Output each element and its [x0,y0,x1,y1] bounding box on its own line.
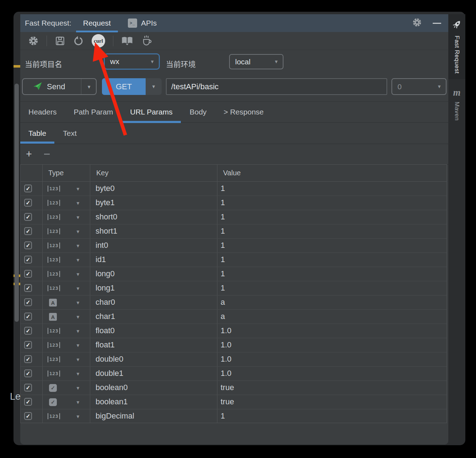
param-key[interactable]: bigDecimal [96,411,134,421]
url-input[interactable]: /testAPi/basic [166,78,387,95]
param-key[interactable]: double1 [96,369,123,378]
tab-request[interactable]: Request [83,19,111,27]
param-key[interactable]: long1 [96,283,115,293]
docs-icon[interactable] [121,36,133,46]
param-value[interactable]: a [221,298,225,307]
settings-icon[interactable] [412,17,422,29]
param-value[interactable]: a [221,312,225,321]
type-dropdown-icon[interactable]: ▼ [76,257,80,263]
param-value[interactable]: 1 [221,411,225,421]
row-enabled-checkbox[interactable] [24,241,32,249]
row-enabled-checkbox[interactable] [24,284,32,292]
row-enabled-checkbox[interactable] [24,313,32,320]
row-enabled-checkbox[interactable] [24,355,32,363]
settings-icon[interactable] [28,36,39,46]
param-key[interactable]: id1 [96,255,106,264]
environment-select[interactable]: local ▼ [229,54,283,69]
param-key[interactable]: short0 [96,212,117,222]
row-enabled-checkbox[interactable] [24,384,32,392]
param-key[interactable]: byte0 [96,184,115,193]
history-select[interactable]: 0 ▼ [391,78,447,95]
type-dropdown-icon[interactable]: ▼ [76,343,80,348]
row-enabled-checkbox[interactable] [24,341,32,349]
table-rows: ▼byte01▼byte11▼short01▼short11▼int01▼id1… [21,182,447,424]
type-dropdown-icon[interactable]: ▼ [76,314,80,320]
row-enabled-checkbox[interactable] [24,298,32,306]
param-value[interactable]: 1 [221,255,225,264]
remove-row-icon[interactable] [44,154,50,155]
panel-toolbar: curl [20,32,448,50]
type-dropdown-icon[interactable]: ▼ [76,215,80,220]
toolwindow-fast-request[interactable]: Fast Request [448,14,465,79]
row-enabled-checkbox[interactable] [24,398,32,406]
param-value[interactable]: 1 [221,227,225,236]
param-key[interactable]: byte1 [96,198,115,207]
param-value[interactable]: 1.0 [221,355,232,364]
curl-icon[interactable]: curl [92,34,105,48]
param-key[interactable]: int0 [96,241,108,250]
row-enabled-checkbox[interactable] [24,227,32,235]
type-dropdown-icon[interactable]: ▼ [76,371,80,377]
row-enabled-checkbox[interactable] [24,199,32,207]
param-key[interactable]: float0 [96,326,115,335]
param-value[interactable]: 1.0 [221,369,232,378]
chevron-down-icon[interactable]: ▼ [87,84,91,90]
subtab-text[interactable]: Text [63,129,77,138]
subtab-table[interactable]: Table [28,129,46,138]
type-dropdown-icon[interactable]: ▼ [76,357,80,362]
type-dropdown-icon[interactable]: ▼ [76,186,80,192]
type-dropdown-icon[interactable]: ▼ [76,329,80,334]
type-dropdown-icon[interactable]: ▼ [76,300,80,305]
param-key[interactable]: short1 [96,227,117,236]
param-value[interactable]: 1 [221,241,225,250]
type-dropdown-icon[interactable]: ▼ [76,286,80,291]
send-button[interactable]: Send ▼ [22,78,97,95]
tab-headers[interactable]: Headers [28,108,56,116]
type-dropdown-icon[interactable]: ▼ [76,400,80,405]
tab-body[interactable]: Body [190,108,207,116]
editor-scrollbar[interactable] [15,84,19,322]
param-key[interactable]: float1 [96,340,115,350]
param-value[interactable]: 1 [221,269,225,278]
save-icon[interactable] [55,36,65,46]
param-key[interactable]: double0 [96,355,123,364]
tab-apis[interactable]: APIs [128,18,157,28]
row-enabled-checkbox[interactable] [24,412,32,420]
param-key[interactable]: boolean1 [96,397,128,406]
param-key[interactable]: boolean0 [96,383,128,392]
method-select[interactable]: GET ▼ [102,78,162,95]
param-value[interactable]: 1.0 [221,326,232,335]
toolwindow-maven[interactable]: Maven [448,88,465,121]
type-number-icon [48,285,60,291]
project-select[interactable]: wx ▼ [104,53,160,70]
refresh-icon[interactable] [73,36,84,46]
row-enabled-checkbox[interactable] [24,185,32,192]
tab-response[interactable]: > Response [224,108,264,116]
type-dropdown-icon[interactable]: ▼ [76,385,80,391]
row-enabled-checkbox[interactable] [24,327,32,335]
param-key[interactable]: char1 [96,312,115,321]
param-value[interactable]: 1 [221,283,225,293]
type-dropdown-icon[interactable]: ▼ [76,272,80,277]
tab-path-param[interactable]: Path Param [74,108,113,116]
type-dropdown-icon[interactable]: ▼ [76,229,80,234]
type-dropdown-icon[interactable]: ▼ [76,201,80,206]
param-value[interactable]: true [221,397,234,406]
row-enabled-checkbox[interactable] [24,270,32,278]
type-dropdown-icon[interactable]: ▼ [76,414,80,419]
coffee-icon[interactable] [141,35,152,47]
add-row-icon[interactable]: + [26,149,32,159]
param-value[interactable]: 1 [221,184,225,193]
param-key[interactable]: long0 [96,269,115,278]
param-value[interactable]: 1 [221,212,225,222]
param-key[interactable]: char0 [96,298,115,307]
row-enabled-checkbox[interactable] [24,369,32,377]
type-dropdown-icon[interactable]: ▼ [76,243,80,249]
row-enabled-checkbox[interactable] [24,213,32,221]
param-value[interactable]: true [221,383,234,392]
row-enabled-checkbox[interactable] [24,256,32,263]
tab-url-params[interactable]: URL Params [130,108,172,116]
minimize-icon[interactable] [433,23,441,24]
param-value[interactable]: 1 [221,198,225,207]
param-value[interactable]: 1.0 [221,340,232,350]
